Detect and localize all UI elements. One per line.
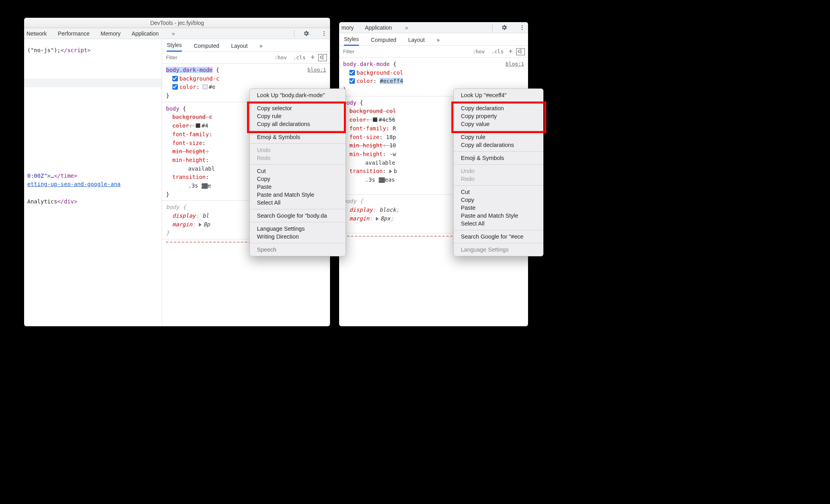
tabs-overflow-icon[interactable]: » [403,24,410,31]
menu-undo[interactable]: Undo [250,146,345,154]
css-prop[interactable]: min-height [172,148,206,154]
css-value[interactable]: R [393,125,396,132]
css-prop[interactable]: font-family [349,125,386,132]
cls-toggle[interactable]: .cls [488,49,507,55]
expand-triangle-icon[interactable] [389,169,392,173]
menu-copy-all-declarations[interactable]: Copy all declarations [250,120,345,128]
menu-paste[interactable]: Paste [250,183,345,191]
menu-select-all[interactable]: Select All [250,199,345,207]
css-value[interactable]: block [379,207,396,213]
styles-filter-input[interactable] [339,49,469,55]
kebab-icon[interactable] [519,24,526,31]
css-value[interactable]: available [365,160,395,166]
tab-memory-stub[interactable]: mory [341,24,354,31]
css-value[interactable]: availabl [188,165,215,172]
css-prop[interactable]: display [172,213,196,219]
menu-search-google[interactable]: Search Google for "body.da [250,212,345,220]
css-prop[interactable]: background-c [172,114,212,120]
easing-editor-icon[interactable]: ↗ [202,183,208,189]
css-prop[interactable]: min-height [349,142,383,149]
code-link[interactable]: etting-up-seo-and-google-ana [27,181,121,187]
css-prop[interactable]: margin [172,221,192,228]
tab-application[interactable]: Application [365,24,392,31]
tab-application[interactable]: Application [132,30,159,37]
hov-toggle[interactable]: :hov [469,49,488,55]
css-prop[interactable]: min-height [349,151,383,157]
kebab-icon[interactable] [321,30,328,37]
gear-icon[interactable] [500,24,507,31]
menu-select-all[interactable]: Select All [454,220,543,228]
gear-icon[interactable] [302,30,309,37]
styles-tabs-overflow-icon[interactable]: » [437,37,440,45]
menu-language-settings[interactable]: Language Settings [454,246,543,254]
css-prop[interactable]: font-size [349,134,379,140]
computed-pane-toggle-icon[interactable] [318,54,327,61]
computed-pane-toggle-icon[interactable] [516,48,525,55]
css-value[interactable]: #4c56 [379,117,395,123]
cls-toggle[interactable]: .cls [290,55,309,60]
menu-paste-match[interactable]: Paste and Match Style [250,191,345,199]
menu-look-up[interactable]: Look Up "#eceff4" [454,91,543,99]
context-menu-value[interactable]: Look Up "#eceff4" Copy declaration Copy … [453,88,543,256]
context-menu-selector[interactable]: Look Up "body.dark-mode" Copy selector C… [249,88,346,256]
css-value[interactable]: -w [389,151,396,157]
menu-copy-rule[interactable]: Copy rule [454,133,543,141]
rule-selector[interactable]: body [166,105,179,112]
styles-tab-layout[interactable]: Layout [231,43,248,51]
color-swatch-icon[interactable] [196,123,200,128]
menu-copy[interactable]: Copy [250,175,345,183]
menu-language-settings[interactable]: Language Settings [250,225,345,233]
tab-memory[interactable]: Memory [101,30,121,37]
css-value[interactable]: 8px [380,215,390,222]
css-value[interactable]: .3s [188,182,198,189]
css-value[interactable]: bl [202,213,209,219]
styles-tab-styles[interactable]: Styles [167,42,182,52]
tabs-overflow-icon[interactable]: » [170,30,177,37]
css-value[interactable]: eas [385,177,395,183]
css-prop[interactable]: background-c [179,75,219,82]
css-prop[interactable]: background-col [357,70,403,76]
menu-copy[interactable]: Copy [454,196,543,204]
menu-cut[interactable]: Cut [454,188,543,196]
color-swatch-icon[interactable] [373,117,377,122]
rule-selector[interactable]: body [166,204,179,210]
menu-copy-all-declarations[interactable]: Copy all declarations [454,141,543,149]
rule-selector[interactable]: body.dark-mode [166,67,213,73]
css-value[interactable]: b [394,168,397,174]
menu-look-up[interactable]: Look Up "body.dark-mode" [250,91,345,99]
menu-copy-selector[interactable]: Copy selector [250,104,345,112]
menu-redo[interactable]: Redo [454,175,543,183]
styles-tab-layout[interactable]: Layout [408,37,425,45]
tab-network[interactable]: Network [26,30,47,37]
menu-writing-direction[interactable]: Writing Direction [250,233,345,241]
declaration-checkbox[interactable] [172,84,178,90]
css-prop[interactable]: min-height [172,157,206,163]
css-prop[interactable]: color [349,117,366,123]
css-prop[interactable]: background-col [349,108,396,114]
hov-toggle[interactable]: :hov [271,55,290,60]
menu-copy-declaration[interactable]: Copy declaration [454,104,543,112]
menu-emoji[interactable]: Emoji & Symbols [250,133,345,141]
css-value[interactable]: e [208,182,211,189]
new-style-button[interactable]: + [309,54,317,62]
css-value[interactable]: 8p [203,221,210,228]
css-prop[interactable]: transition [349,168,383,174]
styles-tab-computed[interactable]: Computed [194,43,219,51]
css-prop[interactable]: font-family [172,131,209,137]
css-value[interactable]: 10 [389,142,396,149]
new-style-button[interactable]: + [507,48,515,56]
declaration-checkbox[interactable] [349,78,355,84]
styles-tabs-overflow-icon[interactable]: » [260,43,263,51]
menu-paste[interactable]: Paste [454,204,543,212]
styles-tab-styles[interactable]: Styles [344,36,359,46]
rule-source-link[interactable]: blog:1 [506,60,524,68]
css-prop[interactable]: color [357,78,373,84]
declaration-checkbox[interactable] [349,70,355,75]
styles-tab-computed[interactable]: Computed [371,37,396,45]
css-prop[interactable]: color [179,84,196,90]
css-value[interactable]: .3s [365,177,375,183]
menu-redo[interactable]: Redo [250,154,345,162]
css-prop[interactable]: display [349,207,373,213]
expand-triangle-icon[interactable] [376,217,379,221]
css-prop[interactable]: color [172,122,189,129]
